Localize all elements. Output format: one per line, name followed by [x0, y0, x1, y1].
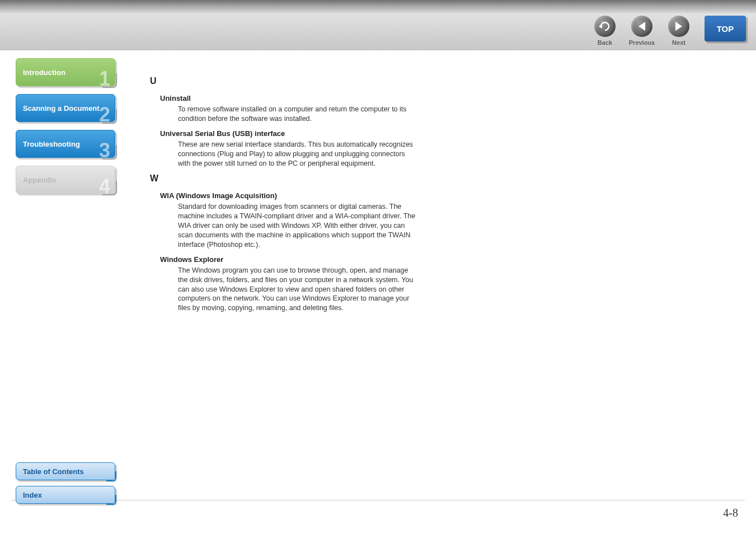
glossary-content: U Uninstall To remove software installed… — [150, 71, 419, 318]
back-button[interactable]: Back — [591, 16, 618, 46]
sidebar-item-introduction[interactable]: Introduction 1 — [16, 58, 115, 86]
next-button[interactable]: Next — [665, 16, 692, 46]
toc-label: Table of Contents — [23, 467, 84, 476]
top-button[interactable]: TOP — [705, 16, 746, 41]
glossary-definition: To remove software installed on a comput… — [178, 105, 419, 124]
sidebar-item-scanning[interactable]: Scanning a Document 2 — [16, 94, 115, 122]
glossary-definition: Standard for downloading images from sca… — [178, 202, 419, 249]
sidebar-item-label: Introduction — [23, 68, 65, 77]
index-button[interactable]: Index — [16, 486, 115, 504]
next-icon — [668, 16, 689, 37]
header-nav-buttons: Back Previous Next — [591, 13, 692, 46]
footer-divider — [11, 500, 745, 500]
bottom-nav: Table of Contents Index — [16, 462, 115, 509]
previous-label: Previous — [629, 39, 655, 46]
sidebar-item-label: Appendix — [23, 176, 56, 184]
back-icon — [594, 16, 616, 37]
previous-icon — [631, 16, 652, 37]
sidebar: Introduction 1 Scanning a Document 2 Tro… — [16, 58, 122, 202]
sidebar-item-label: Troubleshooting — [23, 140, 80, 148]
glossary-definition: The Windows program you can use to brows… — [178, 266, 419, 313]
back-label: Back — [598, 39, 612, 46]
section-letter-w: W — [150, 174, 419, 184]
index-label: Index — [23, 491, 42, 499]
glossary-term: WIA (Windows Image Acquisition) — [160, 191, 419, 200]
header-bar: Back Previous Next TOP — [0, 13, 756, 50]
sidebar-item-troubleshooting[interactable]: Troubleshooting 3 — [16, 130, 115, 158]
glossary-term: Windows Explorer — [160, 255, 419, 264]
next-label: Next — [672, 39, 685, 46]
section-letter-u: U — [150, 76, 419, 86]
glossary-term: Uninstall — [160, 94, 419, 102]
toc-button[interactable]: Table of Contents — [16, 462, 115, 480]
previous-button[interactable]: Previous — [628, 16, 655, 46]
glossary-term: Universal Serial Bus (USB) interface — [160, 129, 419, 138]
sidebar-item-appendix[interactable]: Appendix 4 — [16, 166, 115, 194]
top-gradient-bar — [0, 0, 756, 13]
sidebar-item-label: Scanning a Document — [23, 104, 100, 113]
top-label: TOP — [717, 24, 734, 34]
glossary-definition: These are new serial interface standards… — [178, 140, 419, 168]
page-number: 4-8 — [723, 507, 738, 519]
